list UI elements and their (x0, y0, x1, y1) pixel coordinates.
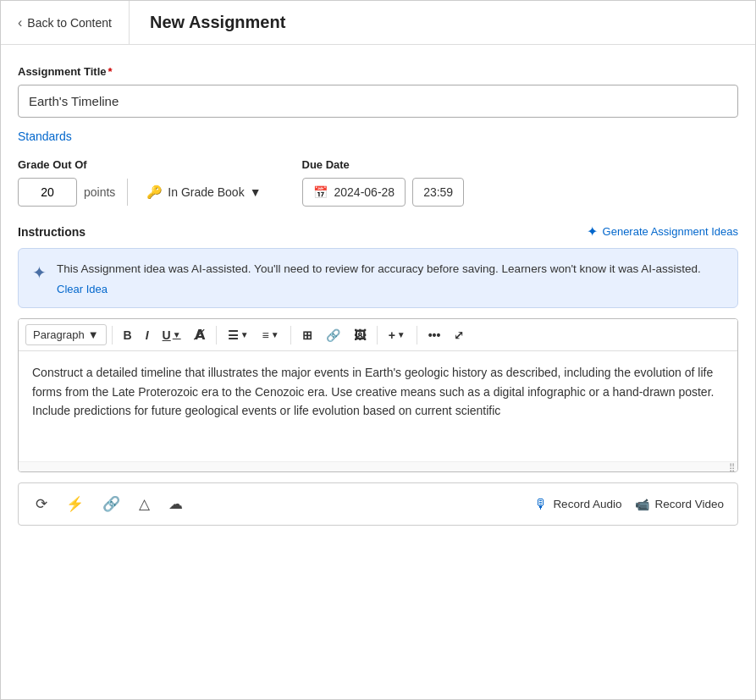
record-video-label: Record Video (654, 498, 724, 510)
toolbar-sep-1 (112, 326, 113, 344)
lightning-button[interactable]: ⚡ (63, 492, 87, 516)
paragraph-label: Paragraph (33, 328, 85, 341)
ai-banner: ✦ This Assignment idea was AI-assisted. … (18, 248, 738, 308)
chevron-down-icon: ▼ (240, 330, 249, 339)
ai-text-content: This Assignment idea was AI-assisted. Yo… (57, 261, 724, 295)
points-label: points (84, 185, 115, 199)
due-controls: 📅 2024-06-28 23:59 (302, 178, 465, 207)
grade-section: Grade Out Of points 🔑 In Grade Book ▼ (18, 158, 268, 207)
instructions-label: Instructions (18, 225, 86, 239)
calendar-icon: 📅 (313, 185, 328, 199)
due-label: Due Date (302, 158, 465, 171)
video-camera-icon: 📹 (635, 498, 649, 511)
grade-label: Grade Out Of (18, 158, 268, 171)
back-button[interactable]: ‹ Back to Content (1, 1, 130, 44)
record-audio-button[interactable]: 🎙 Record Audio (534, 497, 621, 512)
chevron-down-icon: ▼ (173, 330, 181, 339)
title-field-group: Assignment Title* (18, 65, 738, 118)
resize-handle[interactable]: ⣿ (19, 461, 737, 471)
editor-body[interactable]: Construct a detailed timeline that illus… (19, 351, 737, 461)
list-button[interactable]: ≡ ▼ (257, 324, 285, 346)
chevron-down-icon: ▼ (397, 330, 406, 339)
back-arrow-icon: ‹ (18, 15, 22, 30)
link-button[interactable]: 🔗 (320, 324, 346, 346)
ai-message: This Assignment idea was AI-assisted. Yo… (57, 261, 724, 278)
sparkle-icon: ✦ (587, 223, 598, 240)
embed-button[interactable]: ⟳ (32, 492, 51, 516)
main-window: ‹ Back to Content New Assignment Assignm… (0, 0, 756, 700)
toolbar-sep-5 (417, 326, 417, 344)
lightning-icon: ⚡ (66, 495, 84, 513)
required-indicator: * (108, 65, 113, 78)
align-button[interactable]: ☰ ▼ (222, 324, 255, 346)
table-button[interactable]: ⊞ (296, 324, 318, 346)
more-options-button[interactable]: ••• (422, 324, 447, 346)
link2-button[interactable]: 🔗 (99, 492, 124, 516)
bold-button[interactable]: B (118, 324, 138, 346)
due-section: Due Date 📅 2024-06-28 23:59 (302, 158, 465, 207)
embed-icon: ⟳ (36, 495, 47, 513)
grade-book-label: In Grade Book (168, 185, 244, 199)
italic-button[interactable]: I (140, 324, 155, 346)
time-picker-button[interactable]: 23:59 (412, 178, 464, 207)
standards-link[interactable]: Standards (18, 130, 72, 143)
grade-due-row: Grade Out Of points 🔑 In Grade Book ▼ Du… (18, 158, 738, 207)
strikethrough-button[interactable]: A̸ (189, 322, 211, 347)
assignment-title-input[interactable] (18, 85, 738, 118)
generate-label: Generate Assignment Ideas (603, 225, 738, 238)
cloud-icon: ☁ (168, 495, 183, 513)
cloud-button[interactable]: ☁ (165, 492, 186, 516)
time-value: 23:59 (423, 185, 453, 199)
bottom-right-actions: 🎙 Record Audio 📹 Record Video (534, 497, 724, 512)
resize-dots-icon: ⣿ (729, 462, 734, 471)
fullscreen-button[interactable]: ⤢ (448, 324, 470, 346)
insert-button[interactable]: + ▼ (383, 324, 411, 346)
bottom-toolbar: ⟳ ⚡ 🔗 △ ☁ 🎙 Record Audio (18, 482, 738, 526)
record-audio-label: Record Audio (553, 498, 621, 510)
grade-input[interactable] (18, 178, 77, 207)
title-label: Assignment Title* (18, 65, 738, 78)
date-value: 2024-06-28 (334, 185, 395, 199)
ai-sparkle-icon: ✦ (32, 262, 47, 283)
instructions-header: Instructions ✦ Generate Assignment Ideas (18, 223, 738, 240)
drive-button[interactable]: △ (135, 492, 153, 516)
editor-toolbar: Paragraph ▼ B I U ▼ A̸ ☰ ▼ ≡ ▼ (19, 319, 737, 351)
chevron-down-icon: ▼ (271, 330, 279, 339)
chevron-down-icon: ▼ (250, 185, 262, 199)
key-icon: 🔑 (146, 185, 163, 200)
editor-content: Construct a detailed timeline that illus… (32, 363, 724, 420)
link2-icon: 🔗 (102, 495, 120, 513)
paragraph-selector[interactable]: Paragraph ▼ (25, 324, 107, 345)
main-content: Assignment Title* Standards Grade Out Of… (1, 45, 755, 699)
page-title: New Assignment (130, 13, 306, 32)
generate-ideas-button[interactable]: ✦ Generate Assignment Ideas (587, 223, 738, 240)
grade-book-button[interactable]: 🔑 In Grade Book ▼ (140, 179, 268, 205)
microphone-icon: 🎙 (534, 497, 548, 512)
back-label: Back to Content (27, 16, 112, 30)
divider (127, 179, 128, 206)
bottom-left-icons: ⟳ ⚡ 🔗 △ ☁ (32, 492, 186, 516)
underline-button[interactable]: U ▼ (157, 324, 187, 346)
header: ‹ Back to Content New Assignment (1, 1, 755, 45)
toolbar-sep-3 (290, 326, 291, 344)
editor-container: Paragraph ▼ B I U ▼ A̸ ☰ ▼ ≡ ▼ (18, 318, 738, 472)
grade-controls: points 🔑 In Grade Book ▼ (18, 178, 268, 207)
drive-icon: △ (139, 495, 150, 513)
toolbar-sep-2 (216, 326, 217, 344)
image-button[interactable]: 🖼 (348, 324, 372, 346)
clear-idea-button[interactable]: Clear Idea (57, 283, 108, 295)
chevron-down-icon: ▼ (88, 328, 99, 341)
record-video-button[interactable]: 📹 Record Video (635, 498, 724, 511)
toolbar-sep-4 (377, 326, 378, 344)
date-picker-button[interactable]: 📅 2024-06-28 (302, 178, 406, 207)
